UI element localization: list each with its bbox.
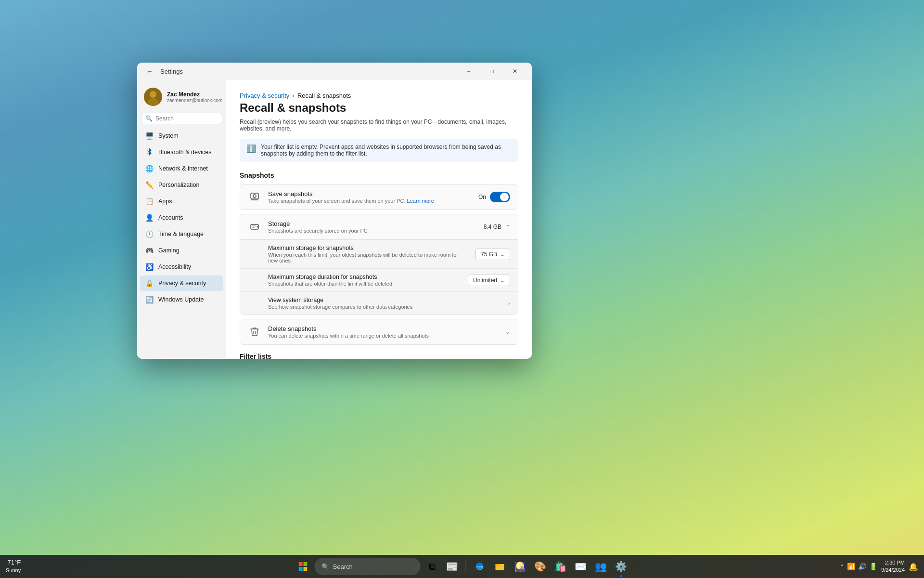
svg-rect-17 [299, 562, 303, 566]
delete-snapshots-card: Delete snapshots You can delete snapshot… [240, 319, 518, 345]
max-duration-chevron: ⌄ [500, 277, 505, 284]
save-snapshots-label: Save snapshots [268, 190, 472, 197]
battery-tray-icon[interactable]: 🔋 [869, 563, 877, 570]
save-snapshots-action: On [478, 192, 510, 202]
sidebar-item-personalization[interactable]: ✏️ Personalization [140, 177, 223, 193]
breadcrumb-separator: › [292, 92, 295, 99]
sidebar-item-network[interactable]: 🌐 Network & internet [140, 161, 223, 176]
window-title: Settings [160, 68, 183, 75]
close-button[interactable]: ✕ [504, 64, 526, 79]
widgets-button[interactable]: 📰 [444, 558, 461, 575]
gaming-icon: 🎮 [145, 246, 154, 255]
storage-value: 8.4 GB [484, 223, 501, 230]
storage-action: 8.4 GB ⌄ [484, 223, 510, 230]
breadcrumb-parent[interactable]: Privacy & security [240, 92, 289, 99]
max-storage-dropdown[interactable]: 75 GB ⌄ [475, 249, 510, 260]
weather-temp: 71°F [8, 559, 21, 567]
svg-rect-20 [304, 567, 308, 571]
save-snapshots-card: Save snapshots Take snapshots of your sc… [240, 184, 518, 210]
max-duration-row: Maximum storage duration for snapshots S… [240, 268, 518, 291]
storage-row: Storage Snapshots are securely stored on… [240, 214, 518, 239]
explorer-button[interactable] [491, 558, 509, 575]
sidebar-item-label: Bluetooth & devices [158, 149, 212, 156]
back-button[interactable]: ← [143, 65, 156, 78]
page-title: Recall & snapshots [240, 101, 518, 115]
settings-taskbar-button[interactable]: ⚙️ [613, 558, 630, 575]
max-storage-chevron: ⌄ [500, 251, 505, 258]
save-snapshots-learn-more[interactable]: Learn more [407, 198, 434, 204]
sidebar-item-accessibility[interactable]: ♿ Accessibility [140, 259, 223, 275]
user-email: zacmendez@outlook.com [167, 98, 222, 103]
sidebar-item-privacy[interactable]: 🔒 Privacy & security [140, 276, 223, 291]
save-snapshots-row: Save snapshots Take snapshots of your sc… [240, 184, 518, 210]
sidebar-item-label: Network & internet [158, 165, 208, 172]
update-icon: 🔄 [145, 295, 154, 304]
max-duration-text: Maximum storage duration for snapshots S… [268, 274, 461, 287]
system-icon: 🖥️ [145, 131, 154, 140]
sidebar-item-apps[interactable]: 📋 Apps [140, 194, 223, 209]
max-duration-dropdown[interactable]: Unlimited ⌄ [468, 275, 510, 286]
delete-snapshots-label: Delete snapshots [268, 325, 499, 332]
clock[interactable]: 2:30 PM 9/24/2024 [881, 559, 905, 574]
settings-window: ← Settings − □ ✕ Zac Mendez z [137, 63, 532, 359]
taskview-button[interactable]: ⧉ [424, 558, 441, 575]
storage-icon [248, 220, 261, 234]
sidebar-item-label: Gaming [158, 247, 180, 254]
sidebar-item-system[interactable]: 🖥️ System [140, 128, 223, 144]
taskbar-search[interactable]: 🔍 Search [315, 558, 421, 575]
edge-button[interactable] [471, 558, 488, 575]
taskbar-divider [466, 561, 466, 572]
maximize-button[interactable]: □ [481, 64, 503, 79]
view-system-storage-label: View system storage [268, 297, 501, 303]
mail-button[interactable]: ✉️ [572, 558, 590, 575]
teams-button[interactable]: 👥 [592, 558, 610, 575]
notification-icon[interactable]: 🔔 [909, 562, 918, 571]
clock-time: 2:30 PM [881, 559, 905, 566]
info-icon: ℹ️ [246, 144, 256, 153]
user-profile[interactable]: Zac Mendez zacmendez@outlook.com [140, 84, 223, 112]
svg-point-6 [257, 226, 258, 228]
tray-chevron[interactable]: ⌃ [840, 564, 844, 570]
sidebar-search-box[interactable]: 🔍 [141, 113, 222, 124]
sidebar-search-icon: 🔍 [145, 115, 153, 122]
sidebar-item-label: Privacy & security [158, 280, 206, 287]
taskbar-search-icon: 🔍 [321, 563, 329, 570]
photos-button[interactable]: 🎑 [512, 558, 529, 575]
sidebar-item-bluetooth[interactable]: Bluetooth & devices [140, 144, 223, 160]
sidebar-item-update[interactable]: 🔄 Windows Update [140, 292, 223, 307]
taskbar-right: ⌃ 📶 🔊 🔋 2:30 PM 9/24/2024 🔔 [840, 559, 918, 574]
taskbar: 71°F Sunny 🔍 Search ⧉ 📰 [0, 555, 924, 578]
sidebar-item-accounts[interactable]: 👤 Accounts [140, 210, 223, 225]
sidebar-item-label: Accounts [158, 214, 183, 221]
save-snapshots-status: On [478, 194, 486, 200]
volume-tray-icon[interactable]: 🔊 [858, 563, 866, 570]
sidebar-item-label: Apps [158, 198, 172, 205]
storage-expand-chevron[interactable]: ⌄ [505, 223, 510, 230]
store-button[interactable]: 🛍️ [552, 558, 569, 575]
sidebar-item-label: Time & language [158, 231, 204, 237]
personalization-icon: ✏️ [145, 181, 154, 189]
max-duration-label: Maximum storage duration for snapshots [268, 274, 461, 280]
paint-button[interactable]: 🎨 [532, 558, 549, 575]
storage-card: Storage Snapshots are securely stored on… [240, 214, 518, 315]
svg-point-4 [253, 195, 256, 197]
sidebar-item-label: Personalization [158, 182, 199, 188]
start-button[interactable] [295, 558, 312, 575]
storage-text: Storage Snapshots are securely stored on… [268, 220, 477, 234]
taskbar-center: 🔍 Search ⧉ 📰 🎑 🎨 🛍️ ✉️ 👥 ⚙️ [295, 558, 630, 575]
weather-info[interactable]: 71°F Sunny [6, 559, 21, 574]
max-storage-desc: When you reach this limit, your oldest s… [268, 252, 469, 263]
network-tray-icon[interactable]: 📶 [847, 563, 855, 570]
minimize-button[interactable]: − [458, 64, 480, 79]
view-system-storage-row[interactable]: View system storage See how snapshot sto… [240, 291, 518, 315]
accessibility-icon: ♿ [145, 263, 154, 271]
sidebar-item-time[interactable]: 🕐 Time & language [140, 226, 223, 242]
delete-snapshots-chevron[interactable]: ⌄ [505, 328, 510, 335]
view-system-storage-arrow: › [508, 300, 510, 307]
title-bar: ← Settings − □ ✕ [137, 63, 532, 80]
delete-snapshots-row: Delete snapshots You can delete snapshot… [240, 319, 518, 344]
save-snapshots-toggle[interactable] [490, 192, 510, 202]
breadcrumb: Privacy & security › Recall & snapshots [240, 92, 518, 99]
sidebar-item-gaming[interactable]: 🎮 Gaming [140, 243, 223, 258]
sidebar-search-input[interactable] [155, 115, 226, 122]
